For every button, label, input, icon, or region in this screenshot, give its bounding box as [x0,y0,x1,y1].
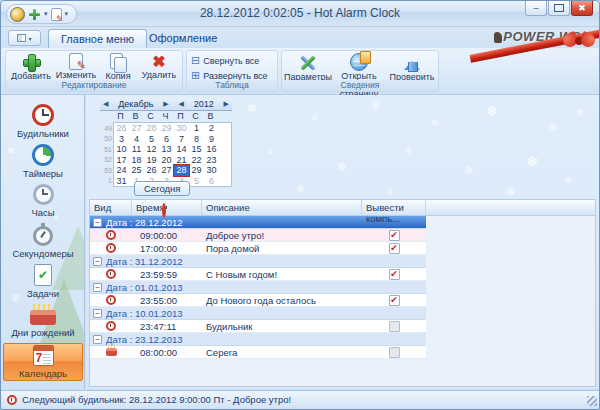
calendar-day[interactable]: 26 [144,165,159,176]
calendar-day[interactable]: 5 [144,134,159,145]
calendar-day[interactable]: 27 [159,165,174,176]
calendar-day[interactable]: 3 [114,134,129,145]
table-row[interactable]: 23:59:59 С Новым годом! ✔ [90,268,426,281]
calendar-day[interactable]: 7 [174,134,189,145]
calendar-day[interactable]: 30 [204,165,219,176]
delete-button[interactable]: ✖ Удалить [138,53,180,80]
prev-year-icon[interactable]: ◀ [178,100,183,108]
row-description: До Нового года осталось [202,295,362,306]
table-group-row[interactable]: − Дата : 10.01.2013 [90,307,426,320]
table-group-row[interactable]: − Дата : 23.12.2013 [90,333,426,346]
sidebar-item-calendar[interactable]: 7 Календарь [3,343,83,381]
quick-add-icon[interactable] [28,8,41,21]
today-button[interactable]: Сегодня [134,181,190,196]
collapse-icon[interactable]: − [93,218,102,227]
app-menu-button[interactable]: ▾ [8,30,41,46]
tab-appearance[interactable]: Оформление [137,29,229,48]
calendar-day[interactable]: 9 [204,134,219,145]
calendar-day[interactable]: 18 [129,155,144,166]
maximize-button[interactable] [548,1,570,16]
checkbox[interactable]: ✔ [389,230,400,241]
sidebar-item-clocks[interactable]: Часы [3,181,83,221]
calendar-day[interactable]: 4 [129,134,144,145]
close-button[interactable]: ✖ [571,1,593,16]
sidebar-item-tasks[interactable]: ✔ Задачи [3,261,83,301]
table-group-row[interactable]: − Дата : 01.01.2013 [90,281,426,294]
checkbox[interactable]: ✔ [389,347,400,358]
copy-button[interactable]: Копия [99,53,137,81]
column-header-kind[interactable]: Вид [90,200,132,215]
calendar-day[interactable]: 12 [144,144,159,155]
row-description: Доброе утро! [202,230,362,241]
calendar-day[interactable]: 6 [204,176,219,187]
calendar-day[interactable]: 30 [174,123,189,134]
table-row[interactable]: 08:00:00 Серега ✔ [90,346,426,359]
sidebar-item-birthdays[interactable]: Дни рождений [3,301,83,341]
minimize-button[interactable]: – [525,1,547,16]
table-row[interactable]: 09:00:00 Доброе утро! ✔ [90,229,426,242]
column-header-description[interactable]: Описание [202,200,362,215]
sidebar-item-timers[interactable]: Таймеры [3,141,83,181]
calendar-day[interactable]: 8 [189,134,204,145]
table-row[interactable]: 17:00:00 Пора домой ✔ [90,242,426,255]
quick-add-dropdown-icon[interactable]: ▾ [44,10,48,18]
calendar-day[interactable]: 11 [129,144,144,155]
calendar-day[interactable]: 13 [159,144,174,155]
next-month-icon[interactable]: ▶ [163,100,168,108]
column-header-time[interactable]: Время [132,200,202,215]
checkbox[interactable]: ✔ [389,269,400,280]
calendar-day[interactable]: 2 [204,123,219,134]
row-time: 17:00:00 [132,243,202,254]
table-row[interactable]: 23:47:11 Будильник ✔ [90,320,426,333]
calendar-day[interactable]: 5 [189,176,204,187]
calendar-day[interactable]: 22 [189,155,204,166]
edit-button[interactable]: ✎ Изменить [54,53,98,80]
checkbox[interactable]: ✔ [389,321,400,332]
calendar-day[interactable]: 20 [159,155,174,166]
calendar-day[interactable]: 21 [174,155,189,166]
calendar-day[interactable]: 29 [189,165,204,176]
checkbox[interactable]: ✔ [389,243,400,254]
collapse-icon[interactable]: − [93,283,102,292]
next-year-icon[interactable]: ▶ [224,100,229,108]
window-title: 28.12.2012 0:02:05 - Hot Alarm Clock [121,6,479,20]
sidebar-item-stopwatches[interactable]: Секундомеры [3,221,83,261]
calendar-day[interactable]: 16 [204,144,219,155]
collapse-icon[interactable]: − [93,335,102,344]
table-group-row[interactable]: − Дата : 31.12.2012 [90,255,426,268]
open-webpage-button[interactable]: Открыть веб-страницу [333,53,385,99]
column-header-wake[interactable]: Вывести компь... [362,200,426,215]
calendar-day[interactable]: 6 [159,134,174,145]
calendar-day[interactable]: 27 [129,123,144,134]
collapse-all-button[interactable]: ⊟ Свернуть все [191,55,259,66]
calendar-day[interactable]: 28 [144,123,159,134]
calendar-day[interactable]: 25 [129,165,144,176]
calendar-day[interactable]: 19 [144,155,159,166]
calendar-day[interactable]: 1 [189,123,204,134]
options-button[interactable]: Параметры [284,53,332,82]
calendar-day-selected[interactable]: 28 [174,165,189,176]
collapse-icon[interactable]: − [93,309,102,318]
prev-month-icon[interactable]: ◀ [103,100,108,108]
quick-edit-icon[interactable] [51,8,62,21]
calendar-day[interactable]: 14 [174,144,189,155]
collapse-icon[interactable]: − [93,257,102,266]
qat-overflow-icon[interactable]: ▾ [65,10,69,18]
calendar-day[interactable]: 23 [204,155,219,166]
table-row[interactable]: 23:55:00 До Нового года осталось ✔ [90,294,426,307]
snowflake-icon: ❄ [431,117,439,128]
row-time: 09:00:00 [132,230,202,241]
sidebar-item-alarms[interactable]: Будильники [3,101,83,141]
calendar-day[interactable]: 24 [114,165,129,176]
app-logo-icon[interactable] [10,7,25,22]
calendar-day[interactable]: 15 [189,144,204,155]
checkbox[interactable]: ✔ [389,295,400,306]
calendar-day[interactable]: 26 [114,123,129,134]
calendar-day[interactable]: 31 [114,176,129,187]
calendar-day[interactable]: 10 [114,144,129,155]
title-bar[interactable]: ▾ ▾ 28.12.2012 0:02:05 - Hot Alarm Clock… [1,1,599,27]
tab-main-menu[interactable]: Главное меню [48,29,147,48]
calendar-day[interactable]: 17 [114,155,129,166]
resize-grip[interactable] [587,396,597,406]
calendar-day[interactable]: 29 [159,123,174,134]
